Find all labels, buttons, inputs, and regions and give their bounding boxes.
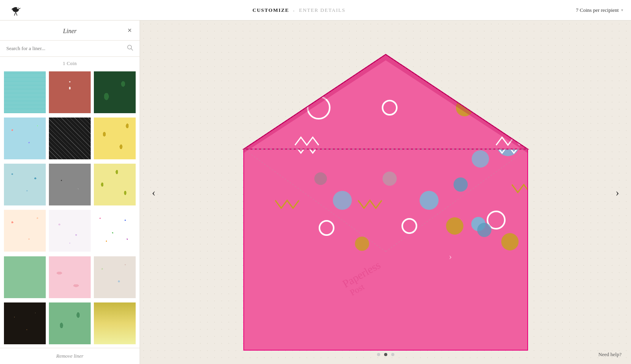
svg-point-26 — [314, 172, 327, 185]
liner-thumbnail — [94, 302, 136, 344]
liner-item[interactable] — [48, 209, 91, 252]
svg-point-23 — [355, 237, 369, 251]
bird-logo-icon — [8, 3, 22, 17]
liner-item[interactable] — [3, 117, 47, 160]
svg-point-19 — [420, 191, 439, 210]
coin-section-label: 1 Coin — [0, 57, 140, 69]
liner-thumbnail — [4, 210, 46, 252]
liner-thumbnail — [49, 118, 91, 159]
remove-liner-button[interactable]: Remove liner — [0, 348, 140, 364]
envelope-wrapper: Paperless Post › — [236, 31, 536, 354]
pagination-dots — [377, 353, 394, 356]
liner-item[interactable] — [3, 256, 47, 299]
liner-item[interactable] — [48, 256, 91, 299]
liner-item[interactable] — [3, 209, 47, 252]
canvas-area: ‹ — [140, 21, 631, 364]
sidebar-title: Liner — [63, 28, 77, 35]
svg-point-17 — [472, 150, 489, 168]
liner-item[interactable] — [93, 71, 136, 114]
svg-line-5 — [16, 12, 17, 15]
liner-thumbnail — [94, 164, 136, 205]
liner-thumbnail — [4, 71, 46, 113]
svg-point-30 — [477, 223, 491, 237]
liner-thumbnail — [94, 118, 136, 159]
liner-item[interactable] — [3, 71, 47, 114]
svg-marker-3 — [19, 7, 21, 9]
need-help-link[interactable]: Need help? — [598, 351, 622, 358]
coins-display[interactable]: 7 Coins per recipient ▾ — [576, 7, 623, 13]
logo[interactable] — [8, 3, 22, 17]
liner-thumbnail — [49, 302, 91, 344]
liner-item[interactable] — [93, 117, 136, 160]
liner-thumbnail — [94, 210, 136, 252]
liner-item[interactable] — [93, 302, 136, 345]
liner-thumbnail — [49, 164, 91, 205]
envelope-svg: Paperless Post › — [236, 31, 536, 354]
svg-point-33 — [472, 87, 497, 112]
liner-item[interactable] — [48, 163, 91, 206]
svg-point-25 — [383, 172, 397, 186]
liner-thumbnail — [94, 256, 136, 298]
svg-point-27 — [333, 191, 352, 210]
svg-point-18 — [454, 177, 468, 192]
liner-item[interactable] — [3, 163, 47, 206]
sidebar-header: Liner × — [0, 21, 140, 41]
nav-step-enter-details[interactable]: ENTER DETAILS — [299, 7, 345, 13]
svg-point-2 — [18, 7, 19, 8]
liner-thumbnail — [4, 118, 46, 159]
prev-arrow-button[interactable]: ‹ — [148, 182, 159, 203]
svg-point-24 — [501, 233, 519, 250]
svg-line-7 — [131, 49, 133, 50]
svg-point-15 — [472, 87, 497, 112]
next-arrow-button[interactable]: › — [612, 182, 623, 203]
liner-thumbnail — [4, 302, 46, 344]
search-bar — [0, 41, 140, 57]
liner-thumbnail — [94, 71, 136, 113]
liner-thumbnail — [49, 256, 91, 298]
coins-label: 7 Coins per recipient — [576, 7, 619, 13]
header: CUSTOMIZE › ENTER DETAILS 7 Coins per re… — [0, 0, 631, 21]
svg-point-13 — [497, 114, 511, 129]
liner-item[interactable] — [48, 302, 91, 345]
pagination-dot-0[interactable] — [377, 353, 380, 356]
liner-thumbnail — [4, 164, 46, 205]
nav-steps: CUSTOMIZE › ENTER DETAILS — [252, 7, 345, 13]
liner-thumbnail — [4, 256, 46, 298]
liner-item[interactable] — [93, 256, 136, 299]
liner-item[interactable] — [93, 209, 136, 252]
search-input[interactable] — [6, 45, 127, 52]
svg-text:›: › — [449, 251, 452, 261]
liner-item[interactable] — [3, 302, 47, 345]
liner-thumbnail — [49, 71, 91, 113]
sidebar: Liner × 1 Coin Remove liner — [0, 21, 140, 364]
sidebar-close-button[interactable]: × — [127, 26, 132, 35]
liner-grid — [0, 69, 140, 348]
svg-point-22 — [446, 217, 463, 235]
liner-item[interactable] — [93, 163, 136, 206]
search-icon — [127, 45, 133, 52]
pagination-dot-2[interactable] — [391, 353, 394, 356]
coins-chevron-icon: ▾ — [621, 8, 623, 12]
main-layout: Liner × 1 Coin Remove liner ‹ — [0, 21, 631, 364]
svg-line-4 — [14, 12, 16, 15]
svg-point-34 — [497, 114, 511, 129]
nav-chevron-icon: › — [293, 8, 295, 13]
nav-step-customize[interactable]: CUSTOMIZE — [252, 7, 289, 13]
liner-item[interactable] — [48, 71, 91, 114]
pagination-dot-1[interactable] — [384, 353, 387, 356]
liner-item[interactable] — [48, 117, 91, 160]
liner-thumbnail — [49, 210, 91, 252]
